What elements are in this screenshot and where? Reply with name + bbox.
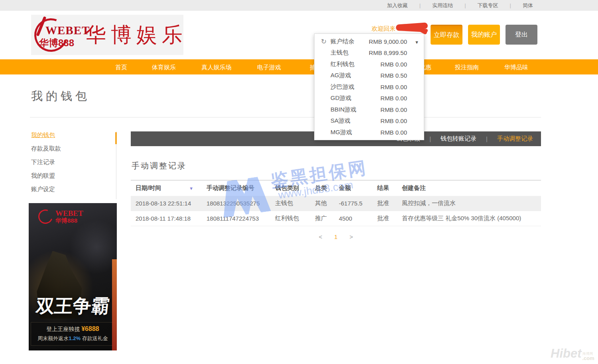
main-nav: 首页 体育娱乐 真人娱乐场 电子游戏 捕鱼游戏 最新优惠 投注指南 华博品味 [0, 59, 598, 74]
page-title: 我的钱包 [31, 88, 90, 104]
table-header-row: 日期/时间▼ 手动调整记录编号 钱包类别 总类 金额 结果 创建备注 [131, 180, 541, 196]
cell-result: 批准 [372, 196, 397, 211]
topbar-link-useful-links[interactable]: 实用连结 [432, 2, 453, 9]
cell-wallet-type: 红利钱包 [270, 211, 310, 226]
balance-row-bbin: BBIN游戏 RMB 0.00 [315, 104, 424, 115]
banner-logo-sub: 华博888 [55, 217, 83, 224]
corner-watermark: Hibet 海博网 .com [551, 346, 594, 361]
balance-row-saba: 沙巴游戏 RMB 0.00 [315, 81, 424, 93]
balance-row-gd: GD游戏 RMB 0.00 [315, 93, 424, 104]
cell-remark: 首存优惠等级三 礼金50% 30倍流水 (405000) [397, 211, 541, 226]
nav-item-sports[interactable]: 体育娱乐 [152, 64, 176, 71]
banner-logo-brand: WEBET [55, 209, 83, 217]
cell-category: 推广 [310, 211, 334, 226]
tab-wallet-transfer-records[interactable]: 钱包转账记录 [441, 135, 476, 143]
column-header-remark: 创建备注 [397, 180, 541, 196]
column-header-result: 结果 [372, 180, 397, 196]
balance-value: RMB 0.00 [380, 95, 407, 102]
page: 加入收藏 | 实用连结 | 下载专区 | 简体 WEBET 华博888 华博娱乐… [0, 0, 598, 364]
nav-item-betting-guide[interactable]: 投注指南 [455, 64, 479, 71]
banner-line1: 登上王座独揽 [46, 326, 80, 332]
header: WEBET 华博888 华博娱乐 欢迎回来 ! 立即存款 我的账户 登出 [0, 11, 598, 59]
banner-line2-percent: 1.2% [69, 335, 81, 341]
my-account-button[interactable]: 我的账户 [468, 25, 500, 45]
balance-label: MG游戏 [330, 129, 352, 136]
balance-value: RMB 0.50 [380, 72, 407, 79]
balance-row-mg: MG游戏 RMB 0.00 [315, 127, 424, 138]
balance-label: AG游戏 [330, 72, 351, 79]
column-header-amount: 金额 [334, 180, 372, 196]
nav-item-huabo-style[interactable]: 华博品味 [504, 64, 528, 71]
balance-value: RMB 0.00 [380, 117, 407, 124]
sidebar-item-account-settings[interactable]: 账户设定 [31, 186, 116, 193]
table-row: 2018-08-13 22:51:14 1808132250535275 主钱包… [131, 196, 541, 211]
banner-line1-amount: ¥6888 [81, 325, 99, 332]
tab-separator: | [486, 135, 488, 142]
cell-record-id: 1808111747224753 [202, 211, 270, 226]
deposit-button[interactable]: 立即存款 [431, 25, 462, 45]
banner-line2-suffix: 存款送礼金 [82, 335, 108, 341]
logo-brand-sub: 华博888 [39, 37, 74, 49]
balance-row-ag: AG游戏 RMB 0.50 [315, 70, 424, 82]
cell-datetime: 2018-08-13 22:51:14 [131, 196, 202, 211]
topbar-link-simplified-chinese[interactable]: 简体 [523, 2, 533, 9]
sidebar-item-deposit-withdraw[interactable]: 存款及取款 [31, 145, 116, 153]
balance-value: RMB 8,999.50 [369, 49, 407, 56]
corner-watermark-com: .com [582, 356, 594, 361]
promo-banner[interactable]: WEBET 华博888 双王争霸 登上王座独揽 ¥6888 周末额外返水1.2%… [29, 203, 117, 350]
pagination-next[interactable]: > [350, 233, 353, 240]
cell-amount: 4500 [334, 211, 372, 226]
balance-label: SA游戏 [330, 117, 350, 125]
balance-label: 主钱包 [330, 49, 348, 57]
welcome-text: 欢迎回来 ! [372, 25, 399, 33]
sidebar-item-my-affiliate[interactable]: 我的联盟 [31, 172, 116, 180]
topbar-separator: | [510, 2, 511, 8]
column-header-category: 总类 [310, 180, 334, 196]
cell-wallet-type: 主钱包 [270, 196, 310, 211]
nav-item-slots[interactable]: 电子游戏 [257, 64, 281, 71]
balance-row-total: ↻ 账户结余 RMB 9,000.00 ▼ [315, 36, 424, 47]
nav-item-live-casino[interactable]: 真人娱乐场 [202, 64, 232, 71]
sidebar-item-my-wallet[interactable]: 我的钱包 [31, 131, 116, 139]
pagination-page-1[interactable]: 1 [334, 233, 337, 240]
cell-remark: 風控扣減，一倍流水 [397, 196, 541, 211]
cell-datetime: 2018-08-11 17:48:18 [131, 211, 202, 226]
sidebar-active-indicator [115, 132, 117, 144]
main-content: 钱包余额 | 钱包转账记录 | 手动调整记录 手动调整记录 日期/时间▼ 手动调… [131, 131, 541, 240]
topbar-link-favorites[interactable]: 加入收藏 [387, 2, 408, 9]
banner-logo-ring-icon [36, 207, 55, 226]
balance-value: RMB 0.00 [380, 129, 407, 136]
sidebar-item-bet-records[interactable]: 下注记录 [31, 159, 116, 166]
pagination: < 1 > [131, 233, 541, 240]
refresh-icon[interactable]: ↻ [321, 37, 330, 46]
balance-row-main-wallet: 主钱包 RMB 8,999.50 [315, 47, 424, 59]
site-logo[interactable]: WEBET 华博888 华博娱乐 [31, 15, 183, 55]
banner-promo-text: 登上王座独揽 ¥6888 周末额外返水1.2% 存款送礼金 [31, 322, 115, 346]
corner-watermark-cn: 海博网 [582, 352, 594, 356]
balance-row-bonus-wallet: 红利钱包 RMB 0.00 [315, 59, 424, 70]
banner-logo: WEBET 华博888 [38, 209, 83, 224]
topbar-separator: | [464, 2, 466, 8]
section-title: 手动调整记录 [132, 160, 541, 171]
topbar-link-downloads[interactable]: 下载专区 [478, 2, 498, 9]
tab-separator: | [429, 135, 431, 142]
tab-manual-adjustment-records[interactable]: 手动调整记录 [497, 135, 533, 143]
records-table: 日期/时间▼ 手动调整记录编号 钱包类别 总类 金额 结果 创建备注 2018-… [131, 180, 541, 226]
nav-item-home[interactable]: 首页 [115, 64, 127, 71]
balance-value: RMB 0.00 [380, 84, 407, 90]
chevron-down-icon[interactable]: ▼ [415, 40, 419, 45]
cell-category: 其他 [310, 196, 334, 211]
column-header-datetime[interactable]: 日期/时间▼ [131, 180, 202, 196]
banner-edge-strip [112, 259, 117, 350]
balance-value: RMB 0.00 [380, 61, 407, 68]
cell-result: 批准 [372, 211, 397, 226]
topbar-separator: | [419, 2, 421, 8]
balance-label: 沙巴游戏 [330, 83, 354, 91]
sort-desc-icon[interactable]: ▼ [189, 186, 193, 191]
balance-value: RMB 0.00 [380, 106, 407, 113]
logout-button[interactable]: 登出 [506, 25, 537, 45]
table-row: 2018-08-11 17:48:18 1808111747224753 红利钱… [131, 211, 541, 226]
balance-value: RMB 9,000.00 [369, 38, 407, 45]
balance-dropdown: ↻ 账户结余 RMB 9,000.00 ▼ 主钱包 RMB 8,999.50 红… [314, 33, 424, 140]
pagination-prev[interactable]: < [319, 233, 322, 240]
